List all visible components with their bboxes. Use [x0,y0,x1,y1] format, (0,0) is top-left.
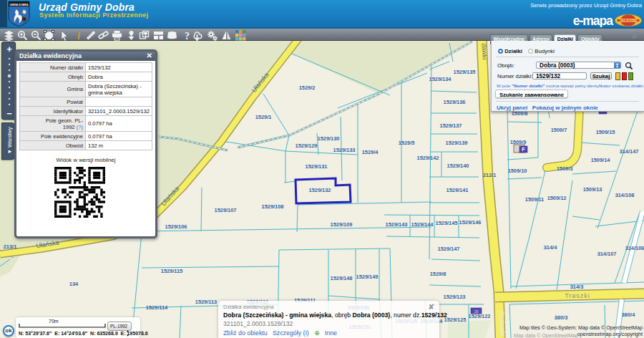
svg-text:1509/12: 1509/12 [547,195,567,201]
svg-text:1529/137: 1529/137 [440,122,462,129]
svg-text:1529/136: 1529/136 [444,99,466,105]
svg-text:1529/108: 1529/108 [262,203,284,210]
svg-text:1529/5: 1529/5 [399,140,415,146]
svg-text:380/3: 380/3 [555,314,568,321]
svg-text:1529/1: 1529/1 [255,114,272,120]
svg-text:1529/113: 1529/113 [195,299,217,305]
svg-text:1509/13: 1509/13 [583,186,602,193]
svg-text:314/4: 314/4 [544,244,557,251]
svg-text:1529/115: 1529/115 [161,268,182,274]
svg-text:1529/106: 1529/106 [165,223,187,230]
svg-text:1529/135: 1529/135 [454,69,476,75]
svg-text:1529/122: 1529/122 [469,313,491,319]
svg-text:1529/148: 1529/148 [331,275,353,281]
svg-text:1529/125: 1529/125 [444,317,467,323]
svg-text:1529/144: 1529/144 [411,221,434,228]
svg-text:1529/140: 1529/140 [447,163,469,169]
svg-text:1529/131: 1529/131 [306,163,328,170]
svg-text:1529/134: 1529/134 [429,76,452,82]
svg-text:1529/133: 1529/133 [333,147,356,153]
svg-text:1529/149: 1529/149 [356,274,379,280]
svg-text:GEO-SYSTEM: GEO-SYSTEM [620,19,637,22]
svg-text:1529/2: 1529/2 [299,84,316,91]
svg-text:1509/7: 1509/7 [551,127,567,133]
svg-text:?: ? [185,31,190,41]
svg-text:1509/10: 1509/10 [508,168,527,174]
svg-text:380/4: 380/4 [622,312,635,318]
svg-text:dawki: dawki [480,43,489,60]
svg-text:314/107: 314/107 [597,251,617,257]
svg-text:314/3: 314/3 [570,284,584,290]
svg-text:1529/145: 1529/145 [436,220,458,226]
svg-text:1529/107: 1529/107 [215,207,237,213]
svg-text:GMINA DOBRA: GMINA DOBRA [9,4,28,6]
svg-text:1529/132: 1529/132 [309,187,331,193]
svg-text:1529/4: 1529/4 [362,149,379,155]
svg-text:1529/141: 1529/141 [447,187,469,193]
svg-text:1509/14: 1509/14 [591,157,611,163]
svg-text:1529/142: 1529/142 [417,155,439,161]
svg-text:1529/143: 1529/143 [386,221,408,228]
svg-text:Rudawki: Rudawki [498,311,507,336]
svg-text:314/106: 314/106 [625,245,644,251]
svg-text:1509/15: 1509/15 [596,129,615,135]
svg-text:F: F [522,147,525,152]
svg-text:1529/129: 1529/129 [296,143,318,149]
svg-text:1509/3: 1509/3 [557,165,573,172]
svg-text:1509/11: 1509/11 [525,196,544,203]
svg-text:i: i [77,31,80,41]
svg-text:Traszki: Traszki [565,292,590,299]
svg-text:1529/139: 1529/139 [446,140,468,146]
svg-text:212/1: 212/1 [483,172,497,178]
svg-text:134: 134 [69,281,79,287]
svg-text:1529/114: 1529/114 [146,304,168,311]
svg-text:1529/8: 1529/8 [430,271,447,277]
svg-text:314/108: 314/108 [615,192,635,198]
svg-text:213/1: 213/1 [4,243,17,250]
svg-text:1529/130: 1529/130 [318,135,340,142]
svg-text:1529/146: 1529/146 [459,219,482,226]
svg-text:1529/123: 1529/123 [444,294,466,300]
svg-text:314/147: 314/147 [620,148,639,155]
svg-text:1529/109: 1529/109 [331,221,353,228]
svg-text:1509/9: 1509/9 [510,139,527,145]
svg-text:1529/147: 1529/147 [438,246,460,252]
